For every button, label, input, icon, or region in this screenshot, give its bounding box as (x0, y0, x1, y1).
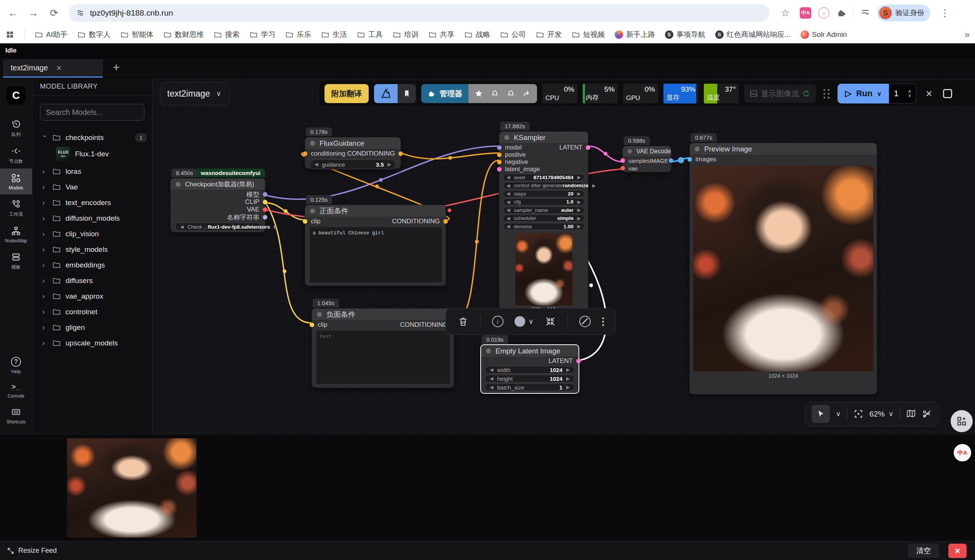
translate-toggle-button[interactable]: 附加翻译 (324, 84, 369, 103)
node-ksampler[interactable]: 17.882s KSampler model LATENT positive n… (499, 131, 589, 310)
bookmark-workflow-button[interactable] (398, 84, 416, 103)
input-port[interactable] (620, 166, 625, 170)
stepper-right-icon[interactable]: ▶ (577, 175, 581, 180)
show-image-feed-button[interactable]: 显示图像流 (744, 85, 816, 103)
input-port[interactable] (497, 153, 502, 157)
input-port[interactable] (687, 157, 692, 162)
node-empty-latent-image[interactable]: 0.019s Empty Latent Image LATENT ◀width1… (480, 344, 579, 394)
rail-item-nodes[interactable]: 节点数 (0, 142, 32, 168)
input-port[interactable] (497, 167, 502, 172)
run-button[interactable]: ▷ Run ∨ (838, 84, 889, 103)
node-checkpoint-loader[interactable]: 8.450s wasnodesuitecomfyui Checkpoint加载器… (170, 178, 266, 232)
rail-item-nodesmap[interactable]: NodesMap (0, 222, 32, 247)
widget-control-after-generate[interactable]: ◀control after generaterandomize▶ (503, 182, 585, 189)
collapse-dot-icon[interactable] (486, 348, 491, 353)
bookmark-item[interactable]: 搜索 (214, 30, 239, 40)
stepper-right-icon[interactable]: ▶ (592, 183, 596, 188)
bookmark-item[interactable]: 培训 (393, 30, 418, 40)
toolbar-drag-handle[interactable] (823, 89, 830, 98)
tree-folder-controlnet[interactable]: ›controlnet (32, 304, 152, 320)
bookmark-item[interactable]: AI助手 (35, 30, 67, 40)
stepper-right-icon[interactable]: ▶ (577, 191, 581, 196)
stepper-left-icon[interactable]: ◀ (490, 385, 493, 390)
bookmark-item[interactable]: 工具 (357, 30, 383, 40)
widget-guidance[interactable]: ◀ guidance 3.5 ▶ (309, 159, 396, 169)
templates-fab[interactable] (951, 410, 973, 432)
tree-folder-vae-approx[interactable]: ›vae_approx (32, 288, 152, 304)
input-port[interactable] (497, 160, 502, 164)
stepper-right-icon[interactable]: ▶ (577, 216, 581, 221)
stepper-right-icon[interactable]: ▶ (274, 224, 277, 229)
tree-folder-clip-vision[interactable]: ›clip_vision (32, 226, 152, 242)
node-header[interactable]: VAE Decode (623, 146, 671, 157)
node-vae-decode[interactable]: 0.598s VAE Decode samples IMAGE vae (622, 146, 671, 172)
output-port[interactable] (398, 152, 403, 156)
stepper-right-icon[interactable]: ▶ (566, 385, 570, 390)
node-header[interactable]: 正面条件 (305, 205, 446, 217)
node-header[interactable]: FluxGuidance (305, 137, 401, 150)
widget-cfg[interactable]: ◀cfg1.0▶ (503, 198, 585, 205)
delete-icon[interactable] (457, 316, 469, 327)
extensions-puzzle-icon[interactable] (836, 8, 846, 18)
tree-folder-gligen[interactable]: ›gligen (32, 320, 152, 335)
node-header[interactable]: Preview Image (690, 143, 877, 155)
rail-item-console[interactable]: >_ Console (0, 378, 32, 402)
tree-folder-loras[interactable]: ›loras (32, 163, 152, 179)
share-arrow-icon[interactable] (523, 89, 531, 98)
back-icon[interactable]: ← (5, 5, 20, 20)
node-header[interactable]: KSampler (499, 132, 588, 144)
toggle-links-icon[interactable] (922, 409, 932, 419)
output-port[interactable] (586, 145, 590, 150)
widget-batch-size[interactable]: ◀batch_size1▶ (485, 383, 575, 391)
stepper-right-icon[interactable]: ▶ (566, 367, 570, 372)
batch-count-stepper[interactable]: 1 ∧∨ (889, 84, 916, 103)
minimap-icon[interactable] (906, 409, 916, 419)
output-port[interactable] (263, 215, 268, 220)
rail-item-shortcuts[interactable]: Shortcuts (0, 402, 32, 428)
node-graph-canvas[interactable]: text2image ∨ 附加翻译 管理器 (152, 78, 975, 434)
input-port[interactable] (497, 145, 502, 150)
tab-text2image[interactable]: text2image × (3, 59, 103, 78)
chevron-down-icon[interactable]: ∨ (836, 410, 841, 418)
input-port[interactable] (303, 152, 307, 156)
bookmark-item[interactable]: 短视频 (572, 30, 605, 40)
negative-prompt-textarea[interactable] (316, 331, 450, 384)
manager-button[interactable]: 管理器 (421, 84, 468, 103)
tree-folder-diffusion-models[interactable]: ›diffusion_models (32, 210, 152, 226)
tab-list-icon[interactable] (860, 8, 870, 18)
bookmark-item[interactable]: 数字人 (77, 30, 110, 40)
widget-ckpt-name[interactable]: ◀ Check ... flux1-dev-fp8.safetensors ▶ (175, 223, 261, 231)
address-bar[interactable]: tpz0yt9jhj-8188.cnb.run (69, 4, 769, 22)
workspace-manager-button[interactable] (374, 84, 398, 103)
search-input[interactable] (46, 108, 147, 117)
output-port[interactable] (263, 200, 268, 204)
widget-scheduler[interactable]: ◀schedulersimple▶ (503, 215, 585, 222)
bookmark-item[interactable]: 生活 (321, 30, 347, 40)
stepper-left-icon[interactable]: ◀ (490, 376, 493, 381)
tree-model-flux1dev[interactable]: FLUXdev Flux.1-dev (32, 145, 152, 163)
stepper-right-icon[interactable]: ▶ (577, 207, 581, 213)
rail-item-templates[interactable]: 模板 (0, 247, 32, 274)
translate-fab[interactable]: 中A (954, 444, 971, 462)
node-header[interactable]: Checkpoint加载器(简易) (171, 178, 265, 191)
tree-folder-text-encoders[interactable]: ›text_encoders (32, 195, 152, 210)
bookmark-item[interactable]: 公司 (500, 30, 526, 40)
bookmark-item[interactable]: 智能体 (120, 30, 154, 40)
bell-icon[interactable] (507, 89, 515, 98)
stepper-right-icon[interactable]: ▶ (577, 199, 581, 205)
tree-folder-style-models[interactable]: ›style_models (32, 242, 152, 257)
site-info-icon[interactable] (76, 9, 85, 17)
output-port[interactable] (669, 158, 673, 163)
node-color-picker[interactable]: ∨ (515, 316, 533, 327)
new-tab-icon[interactable]: + (113, 60, 120, 75)
node-header[interactable]: 负面条件 (312, 308, 453, 321)
bookmark-item[interactable]: 学习 (249, 30, 275, 40)
stepper-right-icon[interactable]: ▶ (566, 376, 570, 381)
tree-folder-embeddings[interactable]: ›embeddings (32, 257, 152, 273)
input-port[interactable] (309, 323, 314, 327)
bookmark-item[interactable]: Solr Admin (801, 30, 847, 39)
search-box[interactable] (40, 104, 144, 121)
clear-feed-button[interactable]: 清空 (908, 543, 939, 558)
collapse-dot-icon[interactable] (310, 141, 315, 146)
stepper-right-icon[interactable]: ▶ (388, 162, 391, 167)
